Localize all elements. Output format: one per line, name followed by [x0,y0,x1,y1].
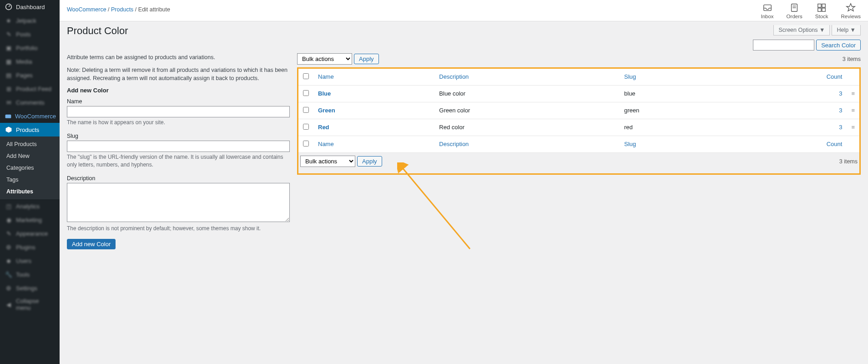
sidebar-sub-attributes[interactable]: Attributes [0,186,60,197]
sidebar-item-blurred[interactable]: ✎Posts [0,27,60,41]
sidebar-sub-all-products[interactable]: All Products [0,138,60,150]
sidebar-item-blurred[interactable]: ☻Users [0,254,60,268]
sidebar-item-blurred[interactable]: ★Jetpack [0,14,60,27]
inbox-icon [762,3,772,13]
items-count-top: 3 items [843,56,861,62]
sidebar-item-blurred[interactable]: ◀Collapse menu [0,295,60,314]
description-label: Description [67,175,290,182]
sidebar-item-blurred[interactable]: ✎Appearance [0,227,60,240]
description-textarea[interactable] [67,183,290,222]
col-slug[interactable]: Slug [620,69,732,86]
term-description: Green color [434,102,620,119]
sidebar-item-dashboard[interactable]: Dashboard [0,0,60,14]
sidebar-item-blurred[interactable]: ▣Portfolio [0,41,60,55]
sidebar-item-blurred[interactable]: ◉Marketing [0,213,60,227]
sidebar-item-blurred[interactable]: ▦Media [0,55,60,68]
sidebar-sub-add-new[interactable]: Add New [0,150,60,162]
term-count-link[interactable]: 3 [839,90,842,97]
sidebar-item-blurred[interactable]: 🔧Tools [0,268,60,281]
term-description: Blue color [434,86,620,102]
col-name-foot[interactable]: Name [313,136,434,153]
row-checkbox[interactable] [303,90,309,96]
term-count-link[interactable]: 3 [839,124,842,131]
tools-icon: 🔧 [5,270,13,278]
sidebar-item-blurred[interactable]: ✉Comments [0,96,60,109]
apply-button-top[interactable]: Apply [354,54,379,64]
bulk-actions-select-top[interactable]: Bulk actions [297,53,352,65]
table-row: RedRed colorred3≡ [298,119,859,136]
term-name-link[interactable]: Green [318,107,335,114]
col-slug-foot[interactable]: Slug [620,136,732,153]
items-count-bottom: 3 items [839,158,858,165]
search-input[interactable] [753,40,814,51]
feed-icon: ⊞ [5,85,13,93]
term-count-link[interactable]: 3 [839,107,842,114]
pages-icon: ▤ [5,71,13,79]
term-name-link[interactable]: Red [318,124,329,131]
reviews-icon [846,3,856,13]
table-row: GreenGreen colorgreen3≡ [298,102,859,119]
name-label: Name [67,98,290,105]
select-all-top[interactable] [303,73,309,79]
description-hint: The description is not prominent by defa… [67,225,290,233]
breadcrumb-current: Edit attribute [138,6,170,13]
annotation-arrow [397,162,479,255]
screen-options-button[interactable]: Screen Options ▼ [773,25,830,35]
intro-text: Attribute terms can be assigned to produ… [67,53,290,61]
sidebar-item-blurred[interactable]: ⚙Plugins [0,240,60,254]
sidebar-item-woocommerce[interactable]: WooCommerce [0,109,60,123]
term-slug: red [620,119,732,136]
col-name[interactable]: Name [313,69,434,86]
drag-handle-icon[interactable]: ≡ [847,102,859,119]
sidebar-item-blurred[interactable]: ◫Analytics [0,199,60,213]
breadcrumb-woocommerce[interactable]: WooCommerce [67,6,106,13]
breadcrumb-products[interactable]: Products [111,6,133,13]
sidebar-item-blurred[interactable]: ⚙Settings [0,281,60,295]
sidebar-item-blurred[interactable]: ⊞Product Feed [0,82,60,96]
col-description[interactable]: Description [434,69,620,86]
sidebar-item-blurred[interactable]: ▤Pages [0,68,60,82]
settings-icon: ⚙ [5,284,13,292]
toptab-reviews[interactable]: Reviews [841,3,861,21]
col-count-foot[interactable]: Count [732,136,847,153]
analytics-icon: ◫ [5,202,13,210]
toptab-stock[interactable]: Stock [815,3,828,21]
sidebar-item-products[interactable]: Products [0,123,60,136]
bulk-actions-select-bottom[interactable]: Bulk actions [300,156,355,167]
page-title: Product Color [67,25,128,37]
slug-input[interactable] [67,141,290,152]
appearance-icon: ✎ [5,229,13,238]
media-icon: ▦ [5,57,13,66]
svg-rect-9 [822,8,825,11]
select-all-bottom[interactable] [303,141,309,147]
add-new-color-button[interactable]: Add new Color [67,239,116,249]
svg-rect-1 [5,115,11,118]
pin-icon: ✎ [5,30,13,38]
col-description-foot[interactable]: Description [434,136,620,153]
toptab-inbox[interactable]: Inbox [761,3,773,21]
add-new-heading: Add new Color [67,87,290,94]
portfolio-icon: ▣ [5,44,13,52]
plugins-icon: ⚙ [5,243,13,251]
table-row: BlueBlue colorblue3≡ [298,86,859,102]
main-content: WooCommerce / Products / Edit attribute … [60,0,868,364]
drag-handle-icon[interactable]: ≡ [847,119,859,136]
term-name-link[interactable]: Blue [318,90,331,97]
row-checkbox[interactable] [303,107,309,113]
name-input[interactable] [67,106,290,117]
search-button[interactable]: Search Color [816,40,861,51]
apply-button-bottom[interactable]: Apply [357,156,382,167]
sidebar-sub-categories[interactable]: Categories [0,162,60,174]
users-icon: ☻ [5,257,13,265]
row-checkbox[interactable] [303,124,309,130]
drag-handle-icon[interactable]: ≡ [847,86,859,102]
sidebar-sub-tags[interactable]: Tags [0,174,60,186]
svg-rect-8 [818,8,821,11]
toptab-orders[interactable]: Orders [787,3,802,21]
term-description: Red color [434,119,620,136]
help-button[interactable]: Help ▼ [832,25,861,35]
dashboard-icon [5,3,13,11]
col-count[interactable]: Count [732,69,847,86]
sidebar-submenu-products: All Products Add New Categories Tags Att… [0,136,60,199]
svg-rect-6 [818,4,821,7]
